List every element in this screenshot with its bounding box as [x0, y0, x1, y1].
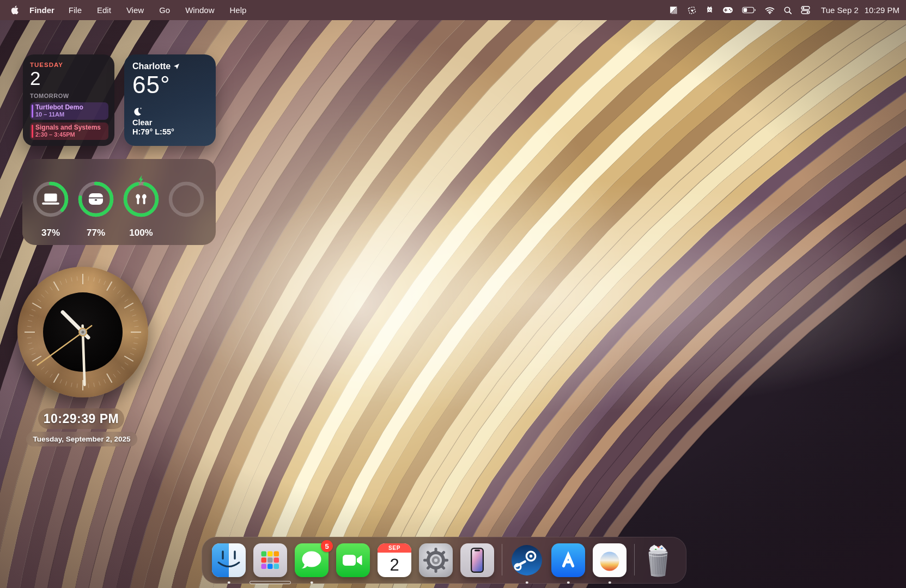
dock-item-steam[interactable] [510, 543, 544, 577]
menu-bar-left: Finder FileEditViewGoWindowHelp [0, 5, 254, 15]
menu-view[interactable]: View [119, 5, 151, 15]
ollama-llama-icon[interactable] [701, 0, 718, 20]
calendar-section-label: TOMORROW [30, 93, 108, 99]
weather-condition: Clear [132, 118, 208, 127]
menu-help[interactable]: Help [222, 5, 254, 15]
battery-ring-airpods-case: 77% [75, 179, 117, 238]
menu-bar-clock[interactable]: Tue Sep 2 10:29 PM [821, 5, 899, 15]
dock: 5 SEP 2 [202, 537, 686, 584]
screen-capture-icon[interactable] [683, 0, 701, 20]
dock-item-app-store[interactable] [551, 543, 585, 577]
location-arrow-icon [173, 63, 180, 70]
dock-item-sunrise-app[interactable] [593, 543, 627, 577]
wifi-icon[interactable] [761, 0, 779, 20]
running-indicator [228, 581, 230, 584]
desktop: Finder FileEditViewGoWindowHelp Tue Sep … [0, 0, 906, 588]
calendar-event[interactable]: Signals and Systems 2:30 – 3:45PM [30, 122, 108, 140]
weather-temperature: 65° [132, 71, 208, 99]
notification-badge: 5 [321, 540, 333, 552]
dock-item-settings[interactable] [419, 543, 453, 577]
menu-window[interactable]: Window [178, 5, 222, 15]
battery-percent-label: 37% [41, 228, 60, 238]
event-color-bar [32, 125, 33, 138]
running-indicator [567, 581, 570, 584]
event-time: 2:30 – 3:45PM [35, 131, 105, 138]
airpods-case-icon [75, 179, 117, 220]
display-split-icon[interactable] [665, 0, 683, 20]
event-color-bar [32, 105, 33, 118]
battery-percent-label: 100% [129, 228, 153, 238]
spotlight-search-icon[interactable] [779, 0, 796, 20]
menu-file[interactable]: File [61, 5, 89, 15]
dock-item-messages[interactable]: 5 [295, 543, 329, 577]
menu-bar-time: 10:29 PM [865, 5, 899, 15]
moon-clear-icon [132, 106, 208, 117]
event-title: Signals and Systems [35, 124, 105, 131]
batteries-widget[interactable]: 37% 77% 100% [22, 159, 216, 245]
dock-item-launchpad[interactable] [253, 543, 287, 577]
clock-hands [17, 267, 148, 397]
weather-widget[interactable]: Charlotte 65° Clear H:79° L:55° [124, 54, 216, 146]
menu-items: FileEditViewGoWindowHelp [61, 5, 254, 15]
battery-ring-airpods: 100% [120, 179, 162, 238]
charging-bolt-icon [138, 175, 145, 186]
dock-item-finder[interactable] [212, 543, 246, 577]
calendar-event[interactable]: Turtlebot Demo 10 – 11AM [30, 102, 108, 120]
dock-divider [502, 544, 502, 575]
running-indicator [526, 581, 528, 584]
calendar-widget[interactable]: TUESDAY 2 TOMORROW Turtlebot Demo 10 – 1… [23, 54, 114, 146]
menu-edit[interactable]: Edit [89, 5, 119, 15]
dock-calendar-month: SEP [378, 543, 411, 553]
dock-divider [634, 544, 635, 575]
macbook-icon [30, 179, 71, 220]
analog-clock-widget[interactable] [17, 267, 148, 397]
active-app-name[interactable]: Finder [26, 5, 61, 15]
battery-ring-macbook: 37% [30, 179, 71, 238]
battery-percent-label: 77% [87, 228, 105, 238]
apple-menu-icon[interactable] [7, 5, 26, 15]
dock-item-calendar[interactable]: SEP 2 [378, 543, 411, 577]
event-time: 10 – 11AM [35, 111, 105, 118]
status-icons [665, 0, 814, 20]
empty-icon [166, 179, 207, 220]
calendar-day-number: 2 [30, 69, 108, 89]
game-controller-icon[interactable] [718, 0, 738, 20]
dock-item-iphone-mirroring[interactable] [460, 543, 494, 577]
menu-bar: Finder FileEditViewGoWindowHelp Tue Sep … [0, 0, 906, 20]
battery-icon[interactable] [738, 0, 761, 20]
calendar-events: Turtlebot Demo 10 – 11AM Signals and Sys… [30, 102, 108, 140]
menu-go[interactable]: Go [151, 5, 178, 15]
dock-item-trash[interactable] [642, 543, 676, 577]
running-indicator [609, 581, 611, 584]
weather-city: Charlotte [132, 62, 171, 71]
dock-item-facetime[interactable] [336, 543, 370, 577]
battery-ring-empty [166, 179, 207, 238]
date-label: Tuesday, September 2, 2025 [26, 432, 137, 446]
dock-calendar-day: 2 [378, 553, 411, 577]
calendar-weekday: TUESDAY [30, 62, 108, 68]
weather-high-low: H:79° L:55° [132, 127, 208, 136]
menu-bar-right: Tue Sep 2 10:29 PM [665, 0, 906, 20]
digital-time: 10:29:39 PM [38, 408, 124, 429]
running-indicator [311, 581, 313, 584]
dock-indicator-line [250, 581, 291, 584]
menu-bar-date: Tue Sep 2 [821, 5, 859, 15]
control-center-icon[interactable] [796, 0, 814, 20]
event-title: Turtlebot Demo [35, 103, 105, 111]
